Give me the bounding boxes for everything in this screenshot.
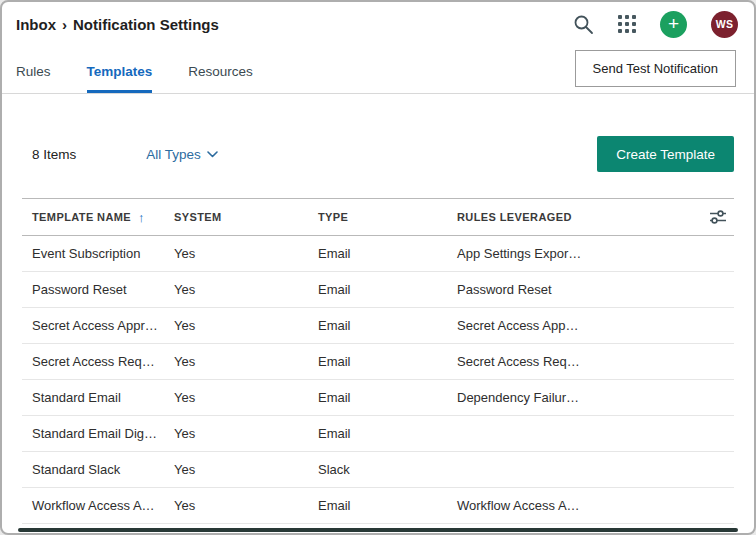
column-header-template-name[interactable]: TEMPLATE NAME ↑: [22, 210, 164, 225]
cell-system: Yes: [164, 390, 308, 405]
cell-type: Email: [308, 318, 447, 333]
sort-ascending-icon: ↑: [138, 210, 145, 225]
cell-system: Yes: [164, 246, 308, 261]
horizontal-scrollbar[interactable]: [18, 528, 738, 532]
cell-type: Email: [308, 282, 447, 297]
breadcrumb-inbox[interactable]: Inbox: [16, 16, 56, 33]
tabs-bar: Rules Templates Resources Send Test Noti…: [2, 46, 754, 94]
column-header-system[interactable]: SYSTEM: [164, 211, 308, 223]
breadcrumb-current-page: Notification Settings: [73, 16, 219, 33]
cell-type: Email: [308, 426, 447, 441]
table-row[interactable]: Event Subscription Yes Email App Setting…: [22, 236, 734, 272]
table-row[interactable]: Secret Access Appr… Yes Email Secret Acc…: [22, 308, 734, 344]
breadcrumb: Inbox › Notification Settings: [16, 16, 219, 33]
search-icon[interactable]: [573, 14, 594, 35]
add-new-button[interactable]: +: [660, 11, 687, 38]
cell-template-name: Secret Access Req…: [22, 354, 164, 369]
cell-template-name: Standard Slack: [22, 462, 164, 477]
table-row[interactable]: Standard Email Dig… Yes Email: [22, 416, 734, 452]
cell-system: Yes: [164, 498, 308, 513]
templates-table: TEMPLATE NAME ↑ SYSTEM TYPE RULES LEVERA…: [22, 198, 734, 524]
create-template-button[interactable]: Create Template: [597, 136, 734, 172]
cell-rules-leveraged: Secret Access App…: [447, 318, 694, 333]
table-row[interactable]: Standard Email Yes Email Dependency Fail…: [22, 380, 734, 416]
cell-template-name: Password Reset: [22, 282, 164, 297]
cell-rules-leveraged: Password Reset: [447, 282, 694, 297]
column-header-rules-leveraged[interactable]: RULES LEVERAGED: [447, 211, 694, 223]
type-filter-dropdown[interactable]: All Types: [146, 147, 218, 162]
cell-type: Email: [308, 390, 447, 405]
tab-resources[interactable]: Resources: [188, 46, 253, 93]
cell-rules-leveraged: Secret Access Req…: [447, 354, 694, 369]
table-row[interactable]: Workflow Access A… Yes Email Workflow Ac…: [22, 488, 734, 524]
table-row[interactable]: Standard Slack Yes Slack: [22, 452, 734, 488]
top-bar: Inbox › Notification Settings + WS: [2, 2, 754, 46]
cell-system: Yes: [164, 354, 308, 369]
table-row[interactable]: Password Reset Yes Email Password Reset: [22, 272, 734, 308]
cell-type: Email: [308, 354, 447, 369]
table-header-row: TEMPLATE NAME ↑ SYSTEM TYPE RULES LEVERA…: [22, 198, 734, 236]
cell-system: Yes: [164, 462, 308, 477]
table-row[interactable]: Secret Access Req… Yes Email Secret Acce…: [22, 344, 734, 380]
cell-rules-leveraged: App Settings Expor…: [447, 246, 694, 261]
chevron-down-icon: [207, 151, 218, 158]
cell-type: Slack: [308, 462, 447, 477]
cell-template-name: Event Subscription: [22, 246, 164, 261]
cell-system: Yes: [164, 282, 308, 297]
avatar[interactable]: WS: [711, 11, 738, 38]
tab-rules[interactable]: Rules: [16, 46, 51, 93]
tab-templates[interactable]: Templates: [87, 46, 153, 93]
column-label: TEMPLATE NAME: [32, 211, 131, 223]
column-header-type[interactable]: TYPE: [308, 211, 447, 223]
cell-template-name: Secret Access Appr…: [22, 318, 164, 333]
cell-template-name: Standard Email: [22, 390, 164, 405]
cell-system: Yes: [164, 318, 308, 333]
type-filter-label: All Types: [146, 147, 201, 162]
send-test-notification-button[interactable]: Send Test Notification: [575, 50, 737, 87]
cell-system: Yes: [164, 426, 308, 441]
cell-rules-leveraged: Workflow Access A…: [447, 498, 694, 513]
apps-grid-glyph: [618, 15, 637, 34]
items-count: 8 Items: [32, 147, 76, 162]
list-toolbar: 8 Items All Types Create Template: [32, 136, 734, 172]
cell-type: Email: [308, 498, 447, 513]
cell-template-name: Standard Email Dig…: [22, 426, 164, 441]
apps-grid-icon[interactable]: [618, 15, 637, 34]
breadcrumb-separator: ›: [62, 16, 67, 33]
topbar-actions: + WS: [573, 11, 739, 38]
cell-rules-leveraged: Dependency Failur…: [447, 390, 694, 405]
notification-settings-window: Inbox › Notification Settings + WS Rules…: [0, 0, 756, 535]
column-settings-icon[interactable]: [694, 207, 734, 227]
cell-type: Email: [308, 246, 447, 261]
cell-template-name: Workflow Access A…: [22, 498, 164, 513]
